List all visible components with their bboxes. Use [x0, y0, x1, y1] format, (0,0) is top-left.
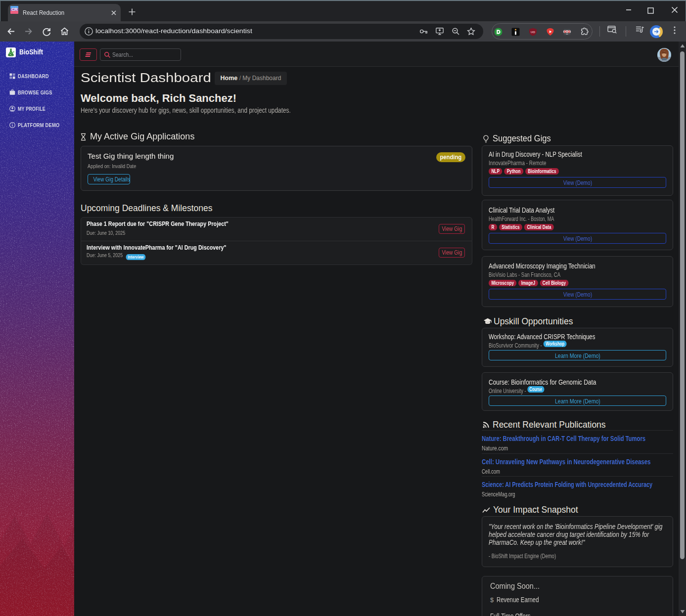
svg-text:UO: UO — [531, 31, 535, 34]
